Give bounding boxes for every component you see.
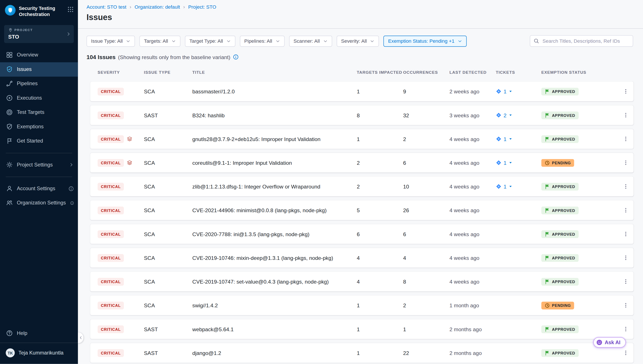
filter-issue-type[interactable]: Issue Type: All <box>87 35 135 46</box>
project-selector[interactable]: PROJECT STO <box>4 25 74 43</box>
kebab-icon <box>623 278 629 284</box>
ticket-count: 1 <box>504 88 507 95</box>
ticket-link[interactable]: 2 <box>496 112 541 118</box>
severity-badge: CRITICAL <box>98 230 124 238</box>
jira-ticket-icon <box>496 136 502 142</box>
filter-pipelines[interactable]: Pipelines: All <box>240 35 284 46</box>
sidebar-item-pipelines[interactable]: Pipelines <box>0 76 78 91</box>
ticket-link[interactable]: 1 <box>496 136 541 142</box>
row-menu-kebab[interactable] <box>621 134 630 144</box>
search-icon <box>534 38 539 44</box>
project-name: STO <box>8 34 65 40</box>
sidebar-item-executions[interactable]: Executions <box>0 91 78 106</box>
table-row[interactable]: CRITICAL SCA swig//1.4.2 1 2 1 month ago <box>90 296 633 315</box>
info-icon[interactable] <box>233 54 239 60</box>
issues-table: SEVERITY ISSUE TYPE TITLE TARGETS IMPACT… <box>90 70 633 363</box>
table-row[interactable]: CRITICAL SCA zlib@1:1.2.13.dfsg-1: Integ… <box>90 176 633 196</box>
info-icon[interactable] <box>68 186 74 192</box>
sidebar-item-test-targets[interactable]: Test Targets <box>0 105 78 120</box>
info-icon[interactable] <box>70 200 74 206</box>
filter-exemption-status[interactable]: Exemption Status: Pending +1 <box>384 35 467 46</box>
issue-title: webpack@5.64.1 <box>192 326 357 332</box>
severity-badge: CRITICAL <box>98 302 124 309</box>
exemption-status-badge: APPROVED <box>541 111 578 119</box>
sidebar-item-exemptions[interactable]: Exemptions <box>0 120 78 134</box>
severity-badge: CRITICAL <box>98 254 124 262</box>
occurrences-value: 10 <box>403 183 449 190</box>
avatar: TK <box>6 348 15 357</box>
filter-scanner[interactable]: Scanner: All <box>289 35 332 46</box>
ask-ai-button[interactable]: Ask AI <box>593 337 626 348</box>
search-input[interactable] <box>530 35 633 46</box>
table-row[interactable]: CRITICAL SCA CVE-2019-10746: mixin-deep@… <box>90 248 633 268</box>
sidebar-item-get-started[interactable]: Get Started <box>0 134 78 148</box>
col-occurrences: OCCURRENCES <box>403 70 449 74</box>
issue-title: bassmaster//1.2.0 <box>192 88 357 95</box>
status-icon <box>545 208 550 213</box>
module-grid-icon[interactable] <box>67 6 74 13</box>
jira-ticket-icon <box>496 89 502 94</box>
row-menu-kebab[interactable] <box>621 182 630 191</box>
row-menu-kebab[interactable] <box>621 230 630 238</box>
shield-logo-icon <box>7 7 13 13</box>
table-row[interactable]: CRITICAL SAST django@1.2 1 22 2 months a… <box>90 343 633 363</box>
ticket-link[interactable]: 1 <box>496 88 541 95</box>
breadcrumb-project[interactable]: Project: STO <box>180 4 216 10</box>
kebab-icon <box>623 89 629 94</box>
sidebar-item-account-settings[interactable]: Account Settings <box>0 182 78 196</box>
row-menu-kebab[interactable] <box>621 301 630 310</box>
row-menu-kebab[interactable] <box>621 158 630 167</box>
project-pin-icon <box>8 28 13 32</box>
breadcrumb-account[interactable]: Account: STO test <box>87 4 127 10</box>
occurrences-value: 32 <box>403 112 449 118</box>
table-row[interactable]: CRITICAL SCA CVE-2021-44906: minimist@0.… <box>90 200 633 220</box>
table-row[interactable]: CRITICAL SCA coreutils@9.1-1: Improper I… <box>90 153 633 172</box>
occurrences-value: 6 <box>403 160 449 166</box>
kebab-icon <box>623 302 629 308</box>
filter-severity[interactable]: Severity: All <box>337 35 379 46</box>
user-profile[interactable]: TK Teja Kummarikuntla <box>0 343 78 364</box>
issue-count: 104 Issues <box>87 54 116 60</box>
exemption-status-badge: APPROVED <box>541 135 578 143</box>
filter-target-type[interactable]: Target Type: All <box>185 35 235 46</box>
sidebar-item-organization-settings[interactable]: Organization Settings <box>0 196 78 210</box>
row-menu-kebab[interactable] <box>621 348 630 357</box>
ticket-link[interactable]: 1 <box>496 183 541 190</box>
sidebar-item-overview[interactable]: Overview <box>0 48 78 62</box>
row-menu-kebab[interactable] <box>621 254 630 262</box>
row-menu-kebab[interactable] <box>621 324 630 334</box>
filter-targets[interactable]: Targets: All <box>139 35 180 46</box>
table-row[interactable]: CRITICAL SCA CVE-2019-10747: set-value@0… <box>90 272 633 291</box>
sidebar-item-help[interactable]: Help <box>0 326 78 340</box>
divider <box>6 153 72 153</box>
issue-type: SCA <box>144 88 192 95</box>
sidebar-header: Security Testing Orchestration <box>0 0 78 18</box>
issue-title: gnutls28@3.7.9-2+deb12u5: Improper Input… <box>192 136 357 142</box>
table-row[interactable]: CRITICAL SCA CVE-2020-7788: ini@1.3.5 (l… <box>90 224 633 244</box>
row-menu-kebab[interactable] <box>621 277 630 286</box>
exemption-status-badge: APPROVED <box>541 183 578 190</box>
table-row[interactable]: CRITICAL SCA gnutls28@3.7.9-2+deb12u5: I… <box>90 129 633 149</box>
kebab-icon <box>623 231 629 237</box>
sidebar-footer: Help TK Teja Kummarikuntla <box>0 326 78 364</box>
table-row[interactable]: CRITICAL SCA bassmaster//1.2.0 1 9 2 wee… <box>90 82 633 101</box>
table-row[interactable]: CRITICAL SAST B324: hashlib 8 32 3 weeks… <box>90 105 633 125</box>
issue-title: CVE-2019-10747: set-value@0.4.3 (lang-pk… <box>192 278 357 285</box>
row-menu-kebab[interactable] <box>621 110 630 120</box>
row-menu-kebab[interactable] <box>621 87 630 96</box>
filter-toolbar: Issue Type: All Targets: All Target Type… <box>78 29 643 47</box>
breadcrumb-organization[interactable]: Organization: default <box>127 4 180 10</box>
baseline-note: (Showing results only from the baseline … <box>118 54 230 60</box>
sidebar-nav: Overview Issues Pipelines Executions Tes… <box>0 48 78 148</box>
row-menu-kebab[interactable] <box>621 206 630 215</box>
severity-badge: CRITICAL <box>98 325 124 333</box>
ticket-link[interactable]: 1 <box>496 160 541 166</box>
search-box <box>530 35 633 46</box>
sidebar-item-project-settings[interactable]: Project Settings <box>0 158 78 172</box>
table-row[interactable]: CRITICAL SAST webpack@5.64.1 1 1 2 month… <box>90 319 633 339</box>
layers-icon <box>127 136 133 142</box>
targets-impacted-value: 2 <box>357 160 403 166</box>
sidebar-item-issues[interactable]: Issues <box>0 62 78 77</box>
occurrences-value: 2 <box>403 136 449 142</box>
status-icon <box>545 89 550 94</box>
